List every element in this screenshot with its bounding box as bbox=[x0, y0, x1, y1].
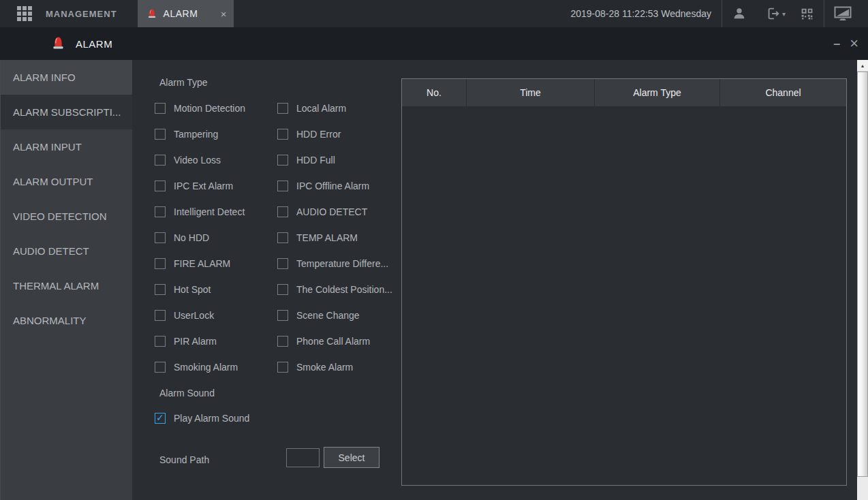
checkbox-label: FIRE ALARM bbox=[174, 258, 230, 269]
datetime: 2019-08-28 11:22:53 Wednesday bbox=[570, 8, 711, 19]
table-column-header[interactable]: No. bbox=[402, 79, 467, 106]
sidebar-item[interactable]: ALARM OUTPUT bbox=[1, 164, 132, 199]
alarm-type-checkbox[interactable]: ✓ No HDD bbox=[155, 232, 277, 244]
checkbox-label: Video Loss bbox=[174, 155, 221, 166]
checkbox-label: No HDD bbox=[174, 232, 209, 243]
alarm-sound-label: Alarm Sound bbox=[159, 388, 215, 399]
alarm-type-checkbox[interactable]: ✓ Hot Spot bbox=[155, 283, 277, 296]
sidebar-item[interactable]: ALARM INFO bbox=[1, 60, 132, 95]
checkbox-box[interactable]: ✓ bbox=[277, 155, 288, 166]
siren-icon bbox=[51, 36, 65, 51]
checkbox-label: IPC Offline Alarm bbox=[296, 181, 369, 191]
sidebar-item[interactable]: THERMAL ALARM bbox=[1, 268, 132, 303]
checkbox-label: Local Alarm bbox=[296, 103, 346, 114]
vertical-scrollbar[interactable]: ▲ bbox=[857, 60, 868, 500]
checkbox-label: Intelligent Detect bbox=[174, 206, 245, 217]
checkbox-label: AUDIO DETECT bbox=[296, 206, 367, 217]
checkbox-label: Hot Spot bbox=[174, 284, 211, 295]
scroll-up-arrow-icon[interactable]: ▲ bbox=[857, 60, 868, 72]
sidebar-item[interactable]: ALARM SUBSCRIPTI... bbox=[1, 95, 132, 129]
alarm-type-label: Alarm Type bbox=[159, 77, 208, 88]
alarm-type-checkbox[interactable]: ✓ Local Alarm bbox=[277, 102, 420, 114]
alarm-type-checkbox[interactable]: ✓ AUDIO DETECT bbox=[277, 206, 420, 218]
checkbox-label: TEMP ALARM bbox=[296, 232, 358, 243]
checkbox-box[interactable]: ✓ bbox=[155, 258, 166, 269]
checkbox-box[interactable]: ✓ bbox=[277, 336, 288, 347]
checkbox-box[interactable]: ✓ bbox=[155, 181, 166, 191]
alarm-type-checkbox[interactable]: ✓ FIRE ALARM bbox=[155, 257, 277, 270]
tab-alarm[interactable]: ALARM × bbox=[138, 0, 234, 27]
alarm-type-checkbox[interactable]: ✓ Temperature Differe... bbox=[277, 257, 420, 270]
scrollbar-thumb[interactable] bbox=[857, 72, 868, 477]
checkbox-label: Smoke Alarm bbox=[296, 362, 353, 373]
sidebar-item[interactable]: ALARM INPUT bbox=[1, 129, 132, 164]
checkbox-box[interactable]: ✓ bbox=[277, 362, 288, 373]
table-column-header[interactable]: Channel bbox=[720, 79, 846, 106]
checkbox-label: Phone Call Alarm bbox=[296, 336, 370, 347]
alarm-type-checkbox[interactable]: ✓ Smoke Alarm bbox=[277, 361, 420, 373]
checkbox-box[interactable]: ✓ bbox=[277, 129, 288, 140]
alarm-type-checkbox[interactable]: ✓ Phone Call Alarm bbox=[277, 335, 420, 347]
alarm-type-checkbox[interactable]: ✓ Video Loss bbox=[155, 154, 277, 166]
alarm-type-checkbox[interactable]: ✓ Intelligent Detect bbox=[155, 206, 277, 218]
checkbox-box[interactable]: ✓ bbox=[155, 413, 166, 424]
alarm-type-checkbox[interactable]: ✓ UserLock bbox=[155, 309, 277, 322]
sidebar-item[interactable]: ABNORMALITY bbox=[1, 303, 132, 338]
checkbox-box[interactable]: ✓ bbox=[155, 232, 166, 243]
table-column-header[interactable]: Time bbox=[467, 79, 595, 106]
alarm-type-checkbox[interactable]: ✓ PIR Alarm bbox=[155, 335, 277, 347]
select-sound-button[interactable]: Select bbox=[324, 447, 379, 468]
checkbox-label: Play Alarm Sound bbox=[174, 413, 249, 424]
alarm-type-checkbox[interactable]: ✓ Tampering bbox=[155, 128, 277, 140]
checkbox-box[interactable]: ✓ bbox=[277, 284, 288, 295]
alarm-type-checkbox[interactable]: ✓ HDD Error bbox=[277, 128, 420, 140]
checkbox-box[interactable]: ✓ bbox=[155, 129, 166, 140]
close-button[interactable]: × bbox=[850, 37, 858, 50]
tab-close-icon[interactable]: × bbox=[221, 9, 227, 19]
alarm-type-checkbox[interactable]: ✓ IPC Offline Alarm bbox=[277, 180, 420, 192]
checkbox-box[interactable]: ✓ bbox=[277, 181, 288, 191]
checkbox-label: Tampering bbox=[174, 129, 218, 140]
table-header-row: No. Time Alarm Type Channel bbox=[402, 79, 846, 106]
sidebar-item-label: ALARM INPUT bbox=[13, 141, 82, 153]
window-title: ALARM bbox=[76, 38, 112, 50]
checkbox-box[interactable]: ✓ bbox=[277, 103, 288, 114]
alarm-type-checkbox[interactable]: ✓ TEMP ALARM bbox=[277, 232, 420, 244]
checkbox-box[interactable]: ✓ bbox=[155, 206, 166, 217]
apps-grid-icon[interactable] bbox=[17, 6, 32, 21]
user-icon[interactable] bbox=[722, 6, 756, 21]
checkbox-box[interactable]: ✓ bbox=[277, 310, 288, 321]
play-alarm-sound-checkbox[interactable]: ✓ Play Alarm Sound bbox=[155, 412, 249, 424]
alarm-type-checkbox[interactable]: ✓ Motion Detection bbox=[155, 102, 277, 114]
checkbox-label: Motion Detection bbox=[174, 103, 245, 114]
alarm-type-checkbox[interactable]: ✓ HDD Full bbox=[277, 154, 420, 166]
caret-down-icon[interactable]: ▾ bbox=[782, 10, 786, 18]
alarm-type-grid: ✓ Motion Detection ✓ Local Alarm ✓ Tampe… bbox=[155, 102, 420, 373]
checkbox-box[interactable]: ✓ bbox=[155, 284, 166, 295]
qr-code-icon[interactable] bbox=[790, 7, 824, 21]
minimize-button[interactable]: – bbox=[833, 40, 840, 47]
checkbox-box[interactable]: ✓ bbox=[155, 362, 166, 373]
window-titlebar: ALARM – × bbox=[0, 27, 868, 60]
sidebar-item[interactable]: VIDEO DETECTION bbox=[1, 199, 132, 234]
management-menu[interactable]: MANAGEMENT bbox=[46, 9, 117, 19]
checkbox-label: PIR Alarm bbox=[174, 336, 217, 347]
alarm-type-checkbox[interactable]: ✓ Smoking Alarm bbox=[155, 361, 277, 373]
local-monitor-icon[interactable] bbox=[824, 5, 861, 22]
checkbox-box[interactable]: ✓ bbox=[277, 206, 288, 217]
topbar-right: 2019-08-28 11:22:53 Wednesday ▾ bbox=[570, 0, 868, 27]
alarm-type-checkbox[interactable]: ✓ IPC Ext Alarm bbox=[155, 180, 277, 192]
sound-path-input[interactable] bbox=[286, 448, 320, 467]
checkbox-box[interactable]: ✓ bbox=[155, 336, 166, 347]
checkbox-box[interactable]: ✓ bbox=[155, 310, 166, 321]
checkbox-box[interactable]: ✓ bbox=[277, 258, 288, 269]
sidebar-item[interactable]: AUDIO DETECT bbox=[1, 234, 132, 268]
checkbox-box[interactable]: ✓ bbox=[155, 103, 166, 114]
checkbox-box[interactable]: ✓ bbox=[277, 232, 288, 243]
alarm-type-checkbox[interactable]: ✓ The Coldest Position... bbox=[277, 283, 420, 296]
checkbox-label: Smoking Alarm bbox=[174, 362, 238, 373]
table-column-header[interactable]: Alarm Type bbox=[595, 79, 720, 106]
checkbox-label: HDD Full bbox=[296, 155, 335, 166]
checkbox-box[interactable]: ✓ bbox=[155, 155, 166, 166]
alarm-type-checkbox[interactable]: ✓ Scene Change bbox=[277, 309, 420, 322]
